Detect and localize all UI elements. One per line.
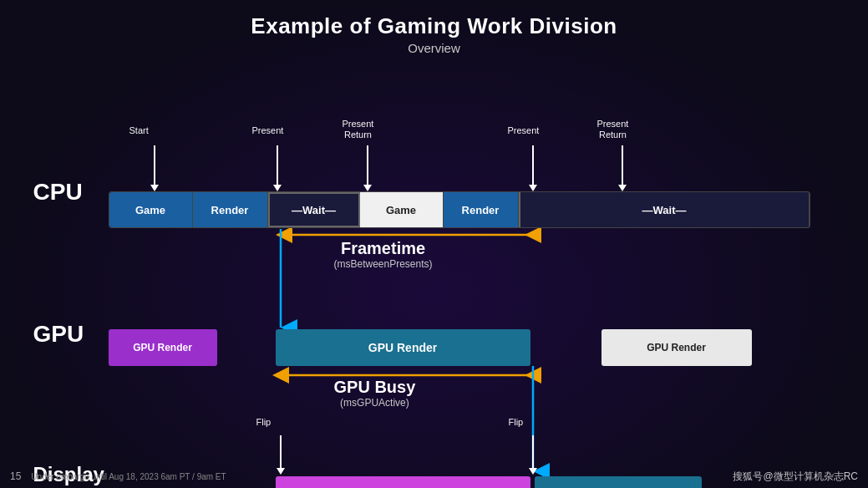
main-content: Example of Gaming Work Division Overview [0,0,868,488]
gpu-bar: GPU Render GPU Render GPU Render [109,329,810,366]
svg-marker-3 [273,185,282,191]
frametime-sub: (msBetweenPresents) [334,258,433,270]
title-section: Example of Gaming Work Division Overview [0,0,868,55]
cpu-seg-render2: Render [444,192,519,227]
svg-marker-9 [618,185,627,191]
arrows-svg [33,62,835,471]
cpu-bar: Game Render —Wait— Game Render —Wait— [109,191,810,228]
sub-title: Overview [0,41,868,55]
gpu-seg-next: GPU Render [602,329,752,366]
annotation-start: Start [129,125,149,136]
main-title: Example of Gaming Work Division [0,13,868,39]
svg-marker-1 [150,185,159,191]
gpubusy-sub: (msGPUActive) [334,397,416,409]
svg-marker-7 [529,185,537,191]
svg-marker-5 [363,185,372,191]
frametime-label: Frametime (msBetweenPresents) [334,239,433,270]
annotation-present1: Present [252,125,284,136]
cpu-seg-wait2: —Wait— [519,192,810,227]
annotation-flip1: Flip [256,417,272,428]
cpu-seg-render1: Render [193,192,268,227]
annotation-flip2: Flip [509,417,524,428]
annotation-present2: Present [508,125,540,136]
page-number: 15 [10,470,21,482]
annotation-present-return1: Present Return [343,119,374,140]
cpu-seg-game2: Game [360,192,444,227]
gpubusy-label: GPU Busy (msGPUActive) [334,378,416,409]
gpu-label: GPU [33,321,84,348]
gpu-seg-main: GPU Render [276,329,530,366]
frametime-main: Frametime [334,239,433,258]
bottom-bar: 15 Under embargo until Aug 18, 2023 6am … [0,465,868,488]
watermark: 搜狐号@微型计算机杂志RC [733,470,858,484]
annotation-present-return2: Present Return [597,119,629,140]
gpubusy-main: GPU Busy [334,378,416,397]
gpu-seg-prev: GPU Render [109,329,217,366]
cpu-seg-wait1: —Wait— [268,192,360,227]
embargo-text: Under embargo until Aug 18, 2023 6am PT … [31,472,226,481]
cpu-label: CPU [33,179,83,206]
diagram: CPU GPU Display Start Present Present Re… [33,62,835,471]
cpu-seg-game1: Game [109,192,193,227]
